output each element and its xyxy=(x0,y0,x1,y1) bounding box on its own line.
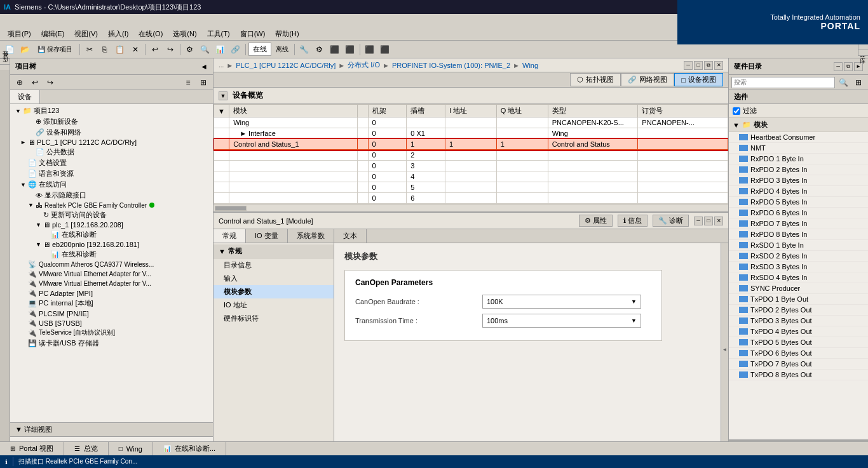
tree-item-pc-adapter[interactable]: 🔌 PC Adapter [MPI] xyxy=(10,288,213,298)
tree-item-usb[interactable]: 🔌 USB [S7USB] xyxy=(10,318,213,328)
catalog-item-txpdo3[interactable]: TxPDO 3 Bytes Out xyxy=(729,316,868,326)
table-row[interactable]: 06 xyxy=(214,193,728,204)
tree-back-btn[interactable]: ↩ xyxy=(28,76,42,90)
tree-add-btn[interactable]: ⊕ xyxy=(13,76,27,90)
menu-view[interactable]: 视图(V) xyxy=(69,28,103,40)
diag-icon-btn[interactable]: 🔧 诊断 xyxy=(653,215,689,227)
tree-item-root[interactable]: ▼ 📁 项目123 xyxy=(10,105,213,116)
breadcrumb-max[interactable]: □ xyxy=(694,61,703,70)
catalog-item-rxsdo1[interactable]: RxSDO 1 Byte In xyxy=(729,240,868,251)
tree-item-doc-settings[interactable]: 📄 文档设置 xyxy=(10,157,213,168)
tree-item-plc1[interactable]: ► 🖥 PLC_1 [CPU 1212C AC/DC/Rly] xyxy=(10,138,213,147)
right-tab-tasks[interactable]: 任务 xyxy=(858,44,868,50)
props-icon-btn[interactable]: ⚙ 属性 xyxy=(579,215,613,227)
tab-online-diag[interactable]: 📊 在线和诊断... xyxy=(153,442,226,455)
tree-item-qualcomm[interactable]: 📡 Qualcomm Atheros QCA9377 Wireless... xyxy=(10,260,213,269)
left-tab-libs[interactable]: 库 xyxy=(0,64,10,70)
tree-item-online[interactable]: ▼ 🌐 在线访问 xyxy=(10,179,213,190)
tab-devices[interactable]: 设备 xyxy=(10,90,40,104)
tree-item-add-device[interactable]: ⊕ 添加新设备 xyxy=(10,116,213,127)
nav-item-io-addr[interactable]: IO 地址 xyxy=(214,298,334,312)
tree-item-online-diag2[interactable]: 📊 在线和诊断 xyxy=(10,249,213,260)
catalog-item-rxpdo6[interactable]: RxPDO 6 Bytes In xyxy=(729,208,868,218)
tab-portal-view[interactable]: ⊞ Portal 视图 xyxy=(0,442,64,455)
catalog-search-input[interactable] xyxy=(731,77,835,88)
tab-general[interactable]: 常规 xyxy=(214,229,246,243)
breadcrumb-close[interactable]: ✕ xyxy=(714,61,723,70)
tree-item-show-hidden[interactable]: 👁 显示隐藏接口 xyxy=(10,190,213,201)
table-row[interactable]: 02 xyxy=(214,150,728,161)
save-project-button[interactable]: 💾 保存项目 xyxy=(33,43,77,57)
tree-item-devices-network[interactable]: 🔗 设备和网络 xyxy=(10,127,213,138)
catalog-expand[interactable]: ► xyxy=(854,62,863,71)
catalog-item-rxpdo5[interactable]: RxPDO 5 Bytes In xyxy=(729,197,868,208)
left-tab-tasks[interactable]: 任务 xyxy=(0,58,10,64)
module-min[interactable]: ─ xyxy=(694,217,703,225)
catalog-item-txpdo8[interactable]: TxPDO 8 Bytes Out xyxy=(729,370,868,380)
device-view-btn[interactable]: □ 设备视图 xyxy=(674,73,723,86)
catalog-item-rxsdo2[interactable]: RxSDO 2 Bytes In xyxy=(729,251,868,262)
paste-button[interactable]: 📋 xyxy=(113,43,127,57)
catalog-folder-modules[interactable]: ▼ 📁 模块 xyxy=(729,118,868,132)
table-row-selected[interactable]: Control and Status_1 0 1 1 1 Control and… xyxy=(214,139,728,150)
menu-edit[interactable]: 编辑(E) xyxy=(36,28,70,40)
nav-item-module-params[interactable]: 模块参数 xyxy=(214,285,334,298)
catalog-item-rxpdo7[interactable]: RxPDO 7 Bytes In xyxy=(729,218,868,229)
breadcrumb-profinet[interactable]: PROFINET IO-System (100): PN/IE_2 xyxy=(392,62,510,69)
table-row[interactable]: ► Interface 0 0 X1 Wing xyxy=(214,128,728,139)
tree-item-pc-internal[interactable]: 💻 PC internal [本地] xyxy=(10,298,213,309)
module-close[interactable]: ✕ xyxy=(714,217,723,225)
catalog-item-rxpdo4[interactable]: RxPDO 4 Bytes In xyxy=(729,186,868,197)
tab-io-vars[interactable]: IO 变量 xyxy=(246,229,288,243)
table-row[interactable]: 03 xyxy=(214,161,728,171)
tree-item-realtek[interactable]: ▼ 🖧 Realtek PCIe GBE Family Controller xyxy=(10,201,213,210)
table-row[interactable]: 05 xyxy=(214,182,728,193)
tree-item-vmware1[interactable]: 🔌 VMware Virtual Ethernet Adapter for V.… xyxy=(10,269,213,279)
props-expand-handle[interactable]: ◄ xyxy=(721,243,728,455)
delete-button[interactable]: ✕ xyxy=(128,43,142,57)
tb-btn-4[interactable]: 🔗 xyxy=(229,43,243,57)
menu-online[interactable]: 在线(O) xyxy=(133,28,168,40)
nav-item-catalog-info[interactable]: 目录信息 xyxy=(214,258,334,272)
tree-item-teleservice[interactable]: 🔌 TeleService [自动协议识别] xyxy=(10,328,213,338)
nav-item-hw-id[interactable]: 硬件标识符 xyxy=(214,312,334,325)
tree-item-plcsim[interactable]: 🔌 PLCSIM [PN/IE] xyxy=(10,309,213,318)
breadcrumb-min[interactable]: ─ xyxy=(684,61,693,70)
network-view-btn[interactable]: 🔗 网络视图 xyxy=(621,73,674,86)
tb-btn-8[interactable]: ⬛ xyxy=(343,43,357,57)
catalog-item-txpdo7[interactable]: TxPDO 7 Bytes Out xyxy=(729,359,868,370)
filter-checkbox[interactable] xyxy=(733,107,740,115)
topology-view-btn[interactable]: ⬡ 拓扑视图 xyxy=(570,73,621,86)
catalog-search-btn[interactable]: 🔍 xyxy=(836,76,850,90)
tab-overview[interactable]: ☰ 总览 xyxy=(64,442,109,455)
catalog-item-txpdo2[interactable]: TxPDO 2 Bytes Out xyxy=(729,305,868,316)
breadcrumb-plc[interactable]: PLC_1 [CPU 1212C AC/DC/Rly] xyxy=(236,62,336,69)
tree-fwd-btn[interactable]: ↪ xyxy=(43,76,57,90)
tree-item-vmware2[interactable]: 🔌 VMware Virtual Ethernet Adapter for V.… xyxy=(10,279,213,288)
menu-options[interactable]: 选项(N) xyxy=(168,28,201,40)
catalog-item-txpdo6[interactable]: TxPDO 6 Bytes Out xyxy=(729,348,868,359)
menu-window[interactable]: 窗口(W) xyxy=(235,28,271,40)
tree-item-online-diag1[interactable]: 📊 在线和诊断 xyxy=(10,229,213,240)
tb-btn-9[interactable]: ⬛ xyxy=(363,43,377,57)
tree-item-lang[interactable]: 📄 语言和资源 xyxy=(10,168,213,179)
tab-wing[interactable]: □ Wing xyxy=(109,442,153,455)
disconnect-button[interactable]: 离线 xyxy=(273,43,292,57)
tab-sys-constants[interactable]: 系统常数 xyxy=(288,229,334,243)
table-row[interactable]: 04 xyxy=(214,171,728,182)
tb-btn-3[interactable]: 📊 xyxy=(214,43,227,57)
info-icon-btn[interactable]: ℹ 信息 xyxy=(618,215,648,227)
catalog-restore[interactable]: ⧉ xyxy=(844,62,853,71)
menu-insert[interactable]: 插入(I) xyxy=(103,28,133,40)
tree-collapse-btn[interactable]: ≡ xyxy=(181,76,195,90)
tb-btn-2[interactable]: 🔍 xyxy=(198,43,212,57)
copy-button[interactable]: ⎘ xyxy=(98,43,112,57)
tb-btn-5[interactable]: 🔧 xyxy=(297,43,311,57)
new-button[interactable]: 📄 xyxy=(3,43,17,57)
catalog-item-txpdo1[interactable]: TxPDO 1 Byte Out xyxy=(729,294,868,305)
tb-btn-6[interactable]: ⚙ xyxy=(313,43,327,57)
redo-button[interactable]: ↪ xyxy=(163,43,177,57)
cut-button[interactable]: ✂ xyxy=(83,43,97,57)
breadcrumb-io[interactable]: 分布式 I/O xyxy=(348,60,380,70)
catalog-item-txpdo5[interactable]: TxPDO 5 Bytes Out xyxy=(729,337,868,348)
